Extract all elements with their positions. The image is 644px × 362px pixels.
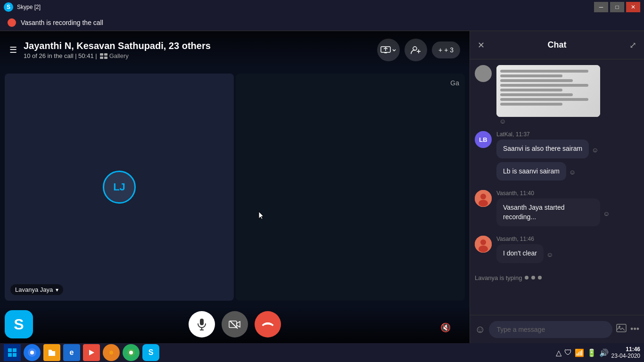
chat-title: Chat	[548, 40, 567, 50]
taskbar-time: 11:46	[611, 346, 640, 353]
maximize-button[interactable]: □	[610, 2, 624, 12]
chevron-down-icon[interactable]: ▾	[56, 287, 58, 293]
taskbar-network-icon: 📶	[575, 348, 584, 357]
emoji-react-1[interactable]: ☺	[592, 146, 598, 154]
skype-titlebar-icon: S	[4, 2, 13, 12]
minimize-button[interactable]: ─	[594, 2, 608, 12]
call-header: ☰ Jayanthi N, Kesavan Sathupadi, 23 othe…	[0, 31, 470, 69]
message-content-screenshot: ☺	[496, 65, 639, 125]
chat-input-area: ☺ •••	[470, 315, 644, 343]
latkal-sender: LatKal,	[496, 131, 516, 138]
participant-initials: LJ	[113, 181, 125, 193]
chat-screenshot	[496, 65, 600, 117]
gallery-label: Gallery	[109, 52, 129, 59]
image-attach-button[interactable]	[616, 323, 627, 336]
vasanth-2-message-row: I don't clear ☺	[496, 244, 639, 265]
participant-avatar: LJ	[103, 171, 136, 204]
typing-indicator: Lavanya is typing	[475, 272, 639, 283]
video-grid: LJ Lavanya Jaya ▾ Ga	[0, 69, 470, 305]
call-title: Jayanthi N, Kesavan Sathupadi, 23 others	[24, 41, 211, 51]
message-group-vasanth-2: Vasanth, 11:46 I don't clear ☺	[475, 236, 639, 267]
more-options-button[interactable]: •••	[630, 324, 639, 334]
svg-point-21	[479, 246, 488, 252]
taskbar-files-icon[interactable]	[43, 344, 60, 361]
chat-close-button[interactable]: ✕	[478, 40, 485, 50]
chat-header: ✕ Chat ⤢	[470, 31, 644, 59]
titlebar-controls: ─ □ ✕	[594, 2, 640, 12]
message-input[interactable]	[489, 321, 612, 338]
main-container: ☰ Jayanthi N, Kesavan Sathupadi, 23 othe…	[0, 31, 644, 343]
vasanth-2-sender-time: Vasanth, 11:46	[496, 236, 639, 242]
message-content-vasanth-2: Vasanth, 11:46 I don't clear ☺	[496, 236, 639, 267]
svg-marker-30	[89, 350, 94, 355]
add-people-button[interactable]	[405, 39, 427, 61]
taskbar-security-icon: 🛡	[564, 348, 572, 357]
emoji-react-vasanth-1[interactable]: ☺	[603, 210, 610, 217]
start-button[interactable]	[4, 344, 21, 361]
titlebar: S Skype [2] ─ □ ✕	[0, 0, 644, 14]
emoji-button[interactable]: ☺	[475, 323, 485, 336]
latkal-bubble-1: Saanvi is also there sairam	[496, 140, 589, 158]
svg-point-29	[30, 351, 34, 354]
vasanth-2-time: 11:46	[520, 236, 534, 242]
call-header-right: + + 3	[377, 39, 460, 61]
chat-expand-button[interactable]: ⤢	[629, 40, 636, 50]
chat-screenshot-inner	[496, 65, 600, 117]
svg-rect-3	[104, 57, 107, 59]
video-tile-right: Ga	[236, 74, 465, 301]
chat-messages[interactable]: ☺ LB LatKal, 11:37 Saanvi is also there …	[470, 59, 644, 315]
vasanth-1-message-row: Vasanth Jaya started recording... ☺	[496, 198, 639, 228]
more-people-button[interactable]: + + 3	[432, 41, 460, 58]
titlebar-title: Skype [2]	[17, 4, 41, 10]
typing-dot-3	[538, 276, 542, 280]
end-call-button[interactable]	[255, 311, 281, 337]
unmute-icon[interactable]: 🔇	[440, 322, 451, 333]
taskbar-date: 23-04-2020	[611, 353, 640, 359]
more-count-label: + 3	[444, 46, 454, 54]
emoji-react-2[interactable]: ☺	[569, 168, 576, 176]
skype-logo: S	[5, 310, 33, 338]
titlebar-left: S Skype [2]	[4, 2, 41, 12]
taskbar-system-icons: △ 🛡 📶 🔋 🔊	[556, 348, 609, 357]
recording-text: Vasanth is recording the call	[21, 19, 103, 26]
vasanth-1-sender: Vasanth,	[496, 190, 520, 197]
svg-rect-0	[100, 53, 103, 56]
gallery-view-button[interactable]: Gallery	[100, 52, 129, 59]
call-toolbar: 🔇	[0, 305, 470, 343]
vasanth-2-bubble: I don't clear	[496, 244, 544, 263]
taskbar-chrome-icon[interactable]	[24, 344, 41, 361]
latkal-sender-time: LatKal, 11:37	[496, 131, 639, 138]
avatar-screenshot	[475, 65, 492, 82]
latkal-time: 11:37	[516, 131, 530, 138]
hamburger-icon[interactable]: ☰	[9, 45, 17, 55]
recording-banner: Vasanth is recording the call	[0, 14, 644, 31]
close-button[interactable]: ✕	[626, 2, 640, 12]
taskbar-chrome2-icon[interactable]	[123, 344, 140, 361]
svg-point-34	[129, 351, 133, 354]
participant-right-label: Ga	[450, 79, 459, 87]
emoji-react-vasanth-2[interactable]: ☺	[546, 251, 553, 258]
latkal-message-row-1: Saanvi is also there sairam ☺	[496, 140, 639, 160]
taskbar-skype-icon[interactable]: S	[142, 344, 159, 361]
typing-dot-1	[525, 276, 528, 280]
vasanth-2-sender: Vasanth,	[496, 236, 520, 242]
chat-panel: ✕ Chat ⤢	[470, 31, 644, 343]
taskbar-volume-icon: 🔊	[599, 348, 609, 357]
taskbar-media-icon[interactable]	[83, 344, 100, 361]
vasanth-1-sender-time: Vasanth, 11:40	[496, 190, 639, 197]
svg-point-32	[109, 351, 113, 354]
microphone-button[interactable]	[189, 311, 215, 337]
vasanth-1-time: 11:40	[520, 190, 534, 197]
recording-dot	[8, 18, 16, 27]
taskbar-ie-icon[interactable]: e	[63, 344, 80, 361]
svg-rect-25	[13, 348, 17, 352]
message-group-vasanth-1: Vasanth, 11:40 Vasanth Jaya started reco…	[475, 190, 639, 230]
taskbar: e S △ 🛡 📶 🔋 🔊 11:4	[0, 343, 644, 362]
screen-share-button[interactable]	[377, 39, 400, 61]
taskbar-firefox-icon[interactable]	[103, 344, 120, 361]
svg-point-17	[480, 194, 486, 199]
taskbar-battery-icon: 🔋	[587, 348, 596, 357]
message-group-latkal: LB LatKal, 11:37 Saanvi is also there sa…	[475, 131, 639, 184]
video-toggle-button[interactable]	[222, 311, 248, 337]
emoji-reaction-screenshot[interactable]: ☺	[499, 117, 506, 125]
